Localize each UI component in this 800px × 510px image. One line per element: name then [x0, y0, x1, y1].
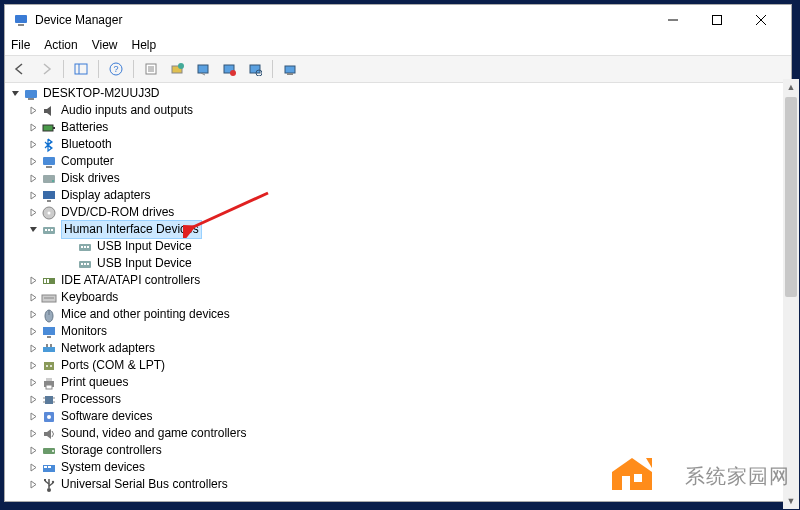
tree-node[interactable]: Universal Serial Bus controllers — [9, 476, 787, 493]
tree-node[interactable]: IDE ATA/ATAPI controllers — [9, 272, 787, 289]
window-buttons — [651, 5, 783, 35]
svg-rect-20 — [250, 65, 260, 73]
device-tree-pane[interactable]: DESKTOP-M2UUJ3DAudio inputs and outputsB… — [5, 83, 791, 501]
svg-text:?: ? — [113, 64, 118, 74]
tree-node[interactable]: DESKTOP-M2UUJ3D — [9, 85, 787, 102]
tree-node[interactable]: Keyboards — [9, 289, 787, 306]
expand-icon — [27, 275, 39, 287]
svg-point-72 — [47, 415, 51, 419]
bluetooth-icon — [41, 137, 57, 153]
tree-node[interactable]: Disk drives — [9, 170, 787, 187]
disk-icon — [41, 171, 57, 187]
tree-node[interactable]: Network adapters — [9, 340, 787, 357]
tree-node-label: Human Interface Devices — [61, 220, 202, 239]
tree-node[interactable]: Ports (COM & LPT) — [9, 357, 787, 374]
hid-icon — [77, 256, 93, 272]
collapse-icon — [27, 224, 39, 236]
svg-rect-6 — [75, 64, 87, 74]
svg-point-74 — [52, 450, 54, 452]
tree-node[interactable]: System devices — [9, 459, 787, 476]
tree-node-label: Audio inputs and outputs — [61, 102, 193, 119]
tree-node-label: Disk drives — [61, 170, 120, 187]
tree-node[interactable]: USB Input Device — [9, 238, 787, 255]
tree-node[interactable]: USB Input Device — [9, 255, 787, 272]
tree-node-label: Computer — [61, 153, 114, 170]
tree-node-label: Universal Serial Bus controllers — [61, 476, 228, 493]
expand-icon — [27, 394, 39, 406]
svg-rect-27 — [53, 127, 55, 129]
expand-icon — [27, 343, 39, 355]
svg-rect-29 — [46, 166, 52, 168]
tree-node[interactable]: DVD/CD-ROM drives — [9, 204, 787, 221]
hid-icon — [41, 222, 57, 238]
tree-node[interactable]: Human Interface Devices — [9, 221, 787, 238]
svg-rect-59 — [50, 344, 52, 347]
svg-rect-47 — [87, 263, 89, 265]
menu-view[interactable]: View — [92, 38, 118, 52]
menu-help[interactable]: Help — [132, 38, 157, 52]
tree-node[interactable]: Audio inputs and outputs — [9, 102, 787, 119]
sound-icon — [41, 426, 57, 442]
tree-node-label: DVD/CD-ROM drives — [61, 204, 174, 221]
tree-node[interactable]: Mice and other pointing devices — [9, 306, 787, 323]
svg-rect-16 — [198, 65, 208, 73]
tree-node[interactable]: Batteries — [9, 119, 787, 136]
tree-node-label: Ports (COM & LPT) — [61, 357, 165, 374]
tree-node[interactable]: Software devices — [9, 408, 787, 425]
device-manager-window: Device Manager File Action View Help ? D… — [4, 4, 792, 502]
tree-node[interactable]: Storage controllers — [9, 442, 787, 459]
add-legacy-button[interactable] — [279, 58, 301, 80]
app-icon — [13, 12, 29, 28]
tree-node[interactable]: Print queues — [9, 374, 787, 391]
svg-rect-38 — [48, 229, 50, 231]
uninstall-button[interactable] — [192, 58, 214, 80]
watermark-logo — [604, 450, 660, 500]
tree-node[interactable]: Sound, video and game controllers — [9, 425, 787, 442]
menu-action[interactable]: Action — [44, 38, 77, 52]
vertical-scrollbar[interactable]: ▲ ▼ — [783, 79, 799, 509]
tree-node[interactable]: Computer — [9, 153, 787, 170]
tree-node[interactable]: Processors — [9, 391, 787, 408]
expand-icon — [27, 462, 39, 474]
separator — [98, 60, 99, 78]
help-button[interactable]: ? — [105, 58, 127, 80]
software-icon — [41, 409, 57, 425]
show-hide-tree-button[interactable] — [70, 58, 92, 80]
forward-button[interactable] — [35, 58, 57, 80]
svg-rect-65 — [46, 385, 52, 389]
scrollbar-thumb[interactable] — [785, 97, 797, 297]
storage-icon — [41, 443, 57, 459]
svg-rect-55 — [43, 327, 55, 335]
separator — [133, 60, 134, 78]
tree-node-label: System devices — [61, 459, 145, 476]
update-driver-button[interactable] — [166, 58, 188, 80]
tree-node[interactable]: Display adapters — [9, 187, 787, 204]
tree-node[interactable]: Bluetooth — [9, 136, 787, 153]
titlebar[interactable]: Device Manager — [5, 5, 791, 35]
minimize-button[interactable] — [651, 5, 695, 35]
svg-rect-57 — [43, 347, 55, 352]
svg-rect-56 — [47, 336, 51, 338]
scroll-up-icon[interactable]: ▲ — [783, 79, 799, 95]
window-title: Device Manager — [35, 13, 651, 27]
ports-icon — [41, 358, 57, 374]
expand-icon — [27, 445, 39, 457]
expand-icon — [27, 479, 39, 491]
properties-button[interactable] — [140, 58, 162, 80]
maximize-button[interactable] — [695, 5, 739, 35]
tree-node[interactable]: Monitors — [9, 323, 787, 340]
svg-rect-77 — [48, 466, 51, 468]
disable-button[interactable] — [218, 58, 240, 80]
expand-icon — [27, 309, 39, 321]
scroll-down-icon[interactable]: ▼ — [783, 493, 799, 509]
scan-hardware-button[interactable] — [244, 58, 266, 80]
svg-rect-76 — [44, 466, 47, 468]
menu-file[interactable]: File — [11, 38, 30, 52]
svg-rect-3 — [713, 16, 722, 25]
close-button[interactable] — [739, 5, 783, 35]
tree-node-label: IDE ATA/ATAPI controllers — [61, 272, 200, 289]
expand-icon — [27, 360, 39, 372]
svg-rect-28 — [43, 157, 55, 165]
back-button[interactable] — [9, 58, 31, 80]
printer-icon — [41, 375, 57, 391]
